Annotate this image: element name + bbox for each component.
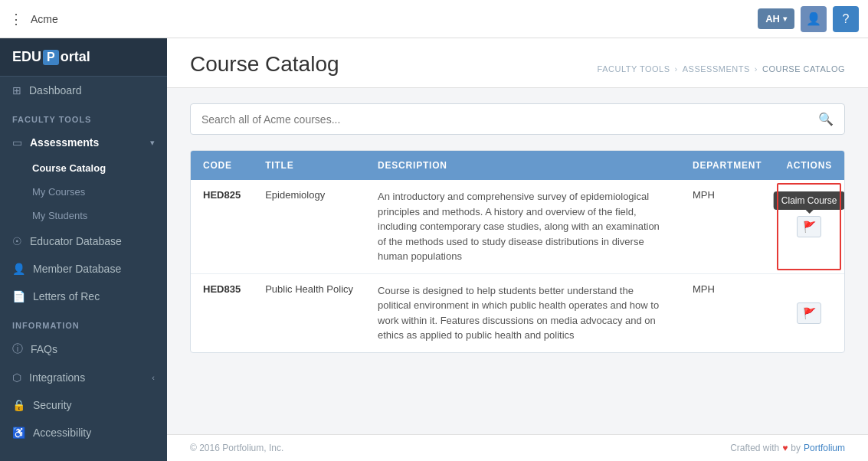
course-table: CODE TITLE DESCRIPTION DEPARTMENT ACTION…	[191, 151, 844, 352]
footer-copyright: © 2016 Portfolium, Inc.	[190, 443, 283, 453]
sidebar-item-my-courses[interactable]: My Courses	[0, 180, 167, 204]
faqs-label: FAQs	[31, 343, 57, 355]
dashboard-icon: ⊞	[12, 84, 21, 96]
sidebar-logo: EDU P ortal	[0, 38, 167, 77]
row2-description: Course is designed to help students bett…	[365, 273, 680, 352]
sidebar-item-integrations[interactable]: ⬡ Integrations ‹	[0, 364, 167, 391]
security-icon: 🔒	[12, 399, 25, 411]
help-icon: ?	[843, 12, 850, 26]
sidebar-item-course-catalog[interactable]: Course Catalog	[0, 156, 167, 180]
breadcrumb-faculty-tools: FACULTY TOOLS	[598, 64, 670, 74]
footer-brand: Crafted with ♥ by Portfolium	[730, 443, 845, 453]
breadcrumb-current: COURSE CATALOG	[762, 64, 845, 74]
claim-tooltip: Claim Course	[774, 191, 845, 210]
breadcrumb-assessments: ASSESSMENTS	[683, 64, 750, 74]
breadcrumb-sep-1: ›	[675, 64, 678, 74]
topbar-left: ⋮ Acme	[9, 11, 58, 28]
section-information: INFORMATION	[0, 310, 167, 335]
logo-edu: EDU	[12, 49, 41, 65]
security-label: Security	[33, 399, 72, 411]
dashboard-label: Dashboard	[29, 84, 82, 96]
org-name: Acme	[31, 13, 58, 25]
search-icon[interactable]: 🔍	[818, 112, 834, 126]
row1-actions-wrap: Claim Course 🚩	[797, 216, 821, 237]
menu-dots-icon[interactable]: ⋮	[9, 11, 25, 28]
sidebar-item-letters-rec[interactable]: 📄 Letters of Rec	[0, 283, 167, 310]
table-header-row: CODE TITLE DESCRIPTION DEPARTMENT ACTION…	[191, 151, 844, 180]
section-faculty-tools: FACULTY TOOLS	[0, 104, 167, 129]
main-content: Course Catalog FACULTY TOOLS › ASSESSMEN…	[167, 38, 868, 461]
integrations-chevron-icon: ‹	[152, 373, 155, 382]
search-input[interactable]	[201, 113, 818, 126]
avatar-initials: AH	[765, 13, 780, 25]
letters-rec-label: Letters of Rec	[33, 290, 100, 302]
sidebar-item-faqs[interactable]: ⓘ FAQs	[0, 335, 167, 364]
breadcrumb: FACULTY TOOLS › ASSESSMENTS › COURSE CAT…	[598, 64, 845, 77]
sidebar-item-member-db[interactable]: 👤 Member Database	[0, 255, 167, 283]
sidebar: EDU P ortal ⊞ Dashboard FACULTY TOOLS ▭ …	[0, 38, 167, 461]
topbar-right: AH ▾ 👤 ?	[758, 6, 859, 32]
footer-crafted: Crafted with	[730, 443, 779, 453]
row1-code: HED825	[191, 180, 253, 273]
page-title: Course Catalog	[190, 52, 339, 77]
faqs-icon: ⓘ	[12, 342, 23, 356]
footer-by: by	[791, 443, 801, 453]
member-db-label: Member Database	[33, 263, 121, 275]
search-container: 🔍	[190, 103, 845, 135]
educator-db-icon: ☉	[12, 235, 22, 247]
main-body: 🔍 CODE TITLE DESCRIPTION DEPARTMENT ACTI…	[167, 88, 868, 434]
col-header-department: DEPARTMENT	[680, 151, 774, 180]
sidebar-item-educator-db[interactable]: ☉ Educator Database	[0, 227, 167, 255]
table-row: HED835 Public Health Policy Course is de…	[191, 273, 844, 352]
row1-department: MPH	[680, 180, 774, 273]
accessibility-icon: ♿	[12, 427, 25, 439]
assessments-label: Assessments	[30, 136, 99, 149]
logo-ortal: ortal	[61, 49, 90, 65]
letters-icon: 📄	[12, 290, 25, 302]
sidebar-item-accessibility[interactable]: ♿ Accessibility	[0, 419, 167, 446]
footer-brand-link[interactable]: Portfolium	[804, 443, 845, 453]
assessments-icon: ▭	[12, 136, 22, 149]
page-footer: © 2016 Portfolium, Inc. Crafted with ♥ b…	[167, 434, 868, 461]
help-button[interactable]: ?	[833, 6, 859, 32]
page-header: Course Catalog FACULTY TOOLS › ASSESSMEN…	[167, 38, 868, 88]
sidebar-item-assessments[interactable]: ▭ Assessments ▾	[0, 129, 167, 156]
avatar-button[interactable]: AH ▾	[758, 8, 794, 29]
sidebar-item-my-students[interactable]: My Students	[0, 204, 167, 227]
sidebar-item-security[interactable]: 🔒 Security	[0, 391, 167, 419]
row2-department: MPH	[680, 273, 774, 352]
logo-p-box: P	[43, 50, 59, 65]
row2-code: HED835	[191, 273, 253, 352]
row1-actions: Claim Course 🚩	[774, 180, 844, 273]
footer-heart-icon: ♥	[782, 443, 788, 453]
row2-actions: 🚩	[774, 273, 844, 352]
course-catalog-label: Course Catalog	[32, 162, 106, 174]
row1-description: An introductory and comprehensive survey…	[365, 180, 680, 273]
breadcrumb-sep-2: ›	[755, 64, 758, 74]
sidebar-item-dashboard[interactable]: ⊞ Dashboard	[0, 77, 167, 104]
table-row: HED825 Epidemiology An introductory and …	[191, 180, 844, 273]
my-courses-label: My Courses	[32, 186, 85, 198]
assessments-chevron-icon: ▾	[150, 138, 155, 148]
course-table-wrap: CODE TITLE DESCRIPTION DEPARTMENT ACTION…	[190, 150, 845, 353]
add-user-icon: 👤	[806, 11, 821, 26]
educator-db-label: Educator Database	[30, 235, 122, 247]
my-students-label: My Students	[32, 210, 87, 221]
add-user-button[interactable]: 👤	[801, 6, 827, 32]
col-header-actions: ACTIONS	[774, 151, 844, 180]
avatar-caret-icon: ▾	[783, 15, 787, 23]
col-header-title: TITLE	[253, 151, 365, 180]
flag-button-row2[interactable]: 🚩	[797, 302, 821, 324]
row2-title: Public Health Policy	[253, 273, 365, 352]
topbar: ⋮ Acme AH ▾ 👤 ?	[0, 0, 868, 38]
col-header-code: CODE	[191, 151, 253, 180]
integrations-icon: ⬡	[12, 371, 21, 384]
row1-title: Epidemiology	[253, 180, 365, 273]
flag-button-row1[interactable]: 🚩	[797, 216, 821, 237]
member-db-icon: 👤	[12, 263, 25, 275]
accessibility-label: Accessibility	[33, 427, 91, 439]
col-header-description: DESCRIPTION	[365, 151, 680, 180]
integrations-label: Integrations	[29, 371, 85, 384]
